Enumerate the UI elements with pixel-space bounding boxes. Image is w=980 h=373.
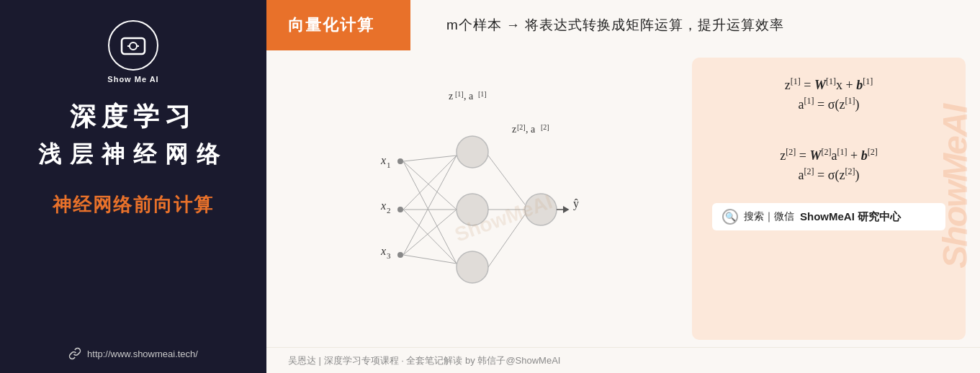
content-area: z [1] , a [1] x 1 x 2 x 3 z [2] , a [2] … [266, 50, 980, 347]
svg-text:, a: , a [464, 91, 474, 102]
svg-rect-0 [122, 38, 145, 54]
formula-line-3: z[2] = W[2]a[1] + b[2] [712, 147, 945, 163]
svg-text:x: x [380, 154, 386, 166]
sidebar-url: http://www.showmeai.tech/ [87, 349, 198, 359]
formula-group-2: z[2] = W[2]a[1] + b[2] a[2] = σ(z[2]) [712, 144, 945, 186]
footer: 吴恩达 | 深度学习专项课程 · 全套笔记解读 by 韩信子@ShowMeAI [266, 347, 980, 373]
svg-point-20 [397, 207, 403, 212]
logo-circle [108, 20, 158, 71]
formula-box: z[1] = W[1]x + b[1] a[1] = σ(z[1]) z[2] … [692, 58, 966, 340]
svg-line-31 [403, 210, 457, 264]
svg-point-19 [397, 158, 403, 164]
svg-text:z: z [512, 124, 516, 135]
header-bar: 向量化计算 m个样本 → 将表达式转换成矩阵运算，提升运算效率 [266, 0, 980, 50]
svg-text:3: 3 [387, 251, 391, 260]
logo-area: Show Me AI [107, 20, 158, 84]
sidebar-title2: 浅层神经网络 [38, 139, 228, 171]
svg-point-21 [397, 252, 403, 258]
wechat-brand: ShowMeAI 研究中心 [800, 210, 901, 224]
neural-network-diagram: z [1] , a [1] x 1 x 2 x 3 z [2] , a [2] … [346, 84, 620, 314]
main-content: ShowMeAI 向量化计算 m个样本 → 将表达式转换成矩阵运算，提升运算效率… [266, 0, 980, 373]
svg-text:x: x [380, 199, 386, 212]
svg-line-34 [403, 255, 457, 264]
wechat-bar: 🔍 搜索｜微信 ShowMeAI 研究中心 [712, 203, 945, 230]
link-icon [68, 347, 81, 360]
svg-text:2: 2 [387, 206, 391, 215]
svg-line-27 [403, 161, 457, 210]
wechat-search-label: 搜索｜微信 [744, 210, 794, 223]
svg-line-32 [403, 156, 457, 255]
formula-group-1: z[1] = W[1]x + b[1] a[1] = σ(z[1]) [712, 73, 945, 115]
svg-text:[2]: [2] [517, 123, 526, 131]
svg-text:z: z [448, 91, 452, 102]
sidebar-top: Show Me AI 深度学习 浅层神经网络 神经网络前向计算 [14, 20, 252, 217]
diagram-area: z [1] , a [1] x 1 x 2 x 3 z [2] , a [2] … [288, 58, 678, 340]
svg-text:, a: , a [526, 124, 536, 135]
svg-point-1 [130, 42, 137, 50]
search-icon: 🔍 [722, 209, 738, 225]
svg-point-22 [457, 136, 488, 168]
svg-line-35 [488, 156, 525, 205]
svg-point-24 [457, 251, 488, 283]
svg-text:[1]: [1] [478, 90, 487, 98]
sidebar-subtitle: 神经网络前向计算 [53, 192, 214, 217]
formula-line-4: a[2] = σ(z[2]) [712, 166, 945, 183]
sidebar-title1: 深度学习 [70, 99, 197, 135]
sidebar-footer: http://www.showmeai.tech/ [68, 347, 198, 360]
svg-text:[2]: [2] [541, 123, 549, 131]
svg-line-26 [403, 156, 457, 161]
svg-text:1: 1 [387, 161, 391, 169]
logo-label: Show Me AI [107, 75, 158, 84]
formula-line-2: a[1] = σ(z[1]) [712, 96, 945, 112]
sidebar: Show Me AI 深度学习 浅层神经网络 神经网络前向计算 http://w… [0, 0, 266, 373]
formula-line-1: z[1] = W[1]x + b[1] [712, 76, 945, 93]
header-description: m个样本 → 将表达式转换成矩阵运算，提升运算效率 [446, 16, 784, 35]
logo-icon [119, 31, 148, 60]
footer-text: 吴恩达 | 深度学习专项课程 · 全套笔记解读 by 韩信子@ShowMeAI [288, 354, 560, 367]
svg-text:[1]: [1] [455, 90, 464, 98]
svg-line-29 [403, 156, 457, 210]
svg-text:x: x [380, 245, 386, 257]
svg-text:ŷ: ŷ [573, 197, 579, 210]
header-badge: 向量化计算 [266, 0, 410, 50]
